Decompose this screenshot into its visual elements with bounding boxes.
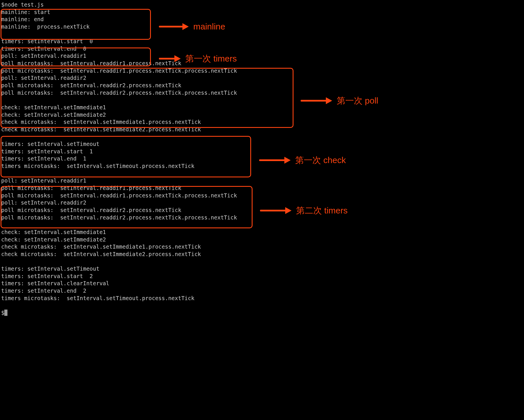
box-poll1 — [1, 68, 293, 128]
command-prompt-end: $ — [1, 309, 523, 317]
annotation-label: 第一次 poll — [337, 95, 378, 107]
box-timers2 — [1, 186, 253, 228]
terminal-line: timers: setInterval.end 2 — [1, 287, 523, 295]
annotation-check1: 第一次 check — [259, 154, 346, 166]
terminal-line: check microtasks: setInterval.setImmedia… — [1, 251, 523, 258]
terminal-line: timers: setInterval.setTimeout — [1, 265, 523, 273]
cursor — [4, 310, 7, 316]
box-timers1 — [1, 47, 151, 66]
annotation-label: 第一次 timers — [185, 53, 237, 65]
command-prompt: $node test.js — [1, 1, 523, 9]
annotation-label: 第一次 check — [295, 154, 346, 166]
terminal-line: check: setInterval.setImmediate1 — [1, 229, 523, 236]
annotation-label: 第二次 timers — [296, 205, 348, 217]
terminal-line: timers: setInterval.start 2 — [1, 273, 523, 280]
terminal-line: check microtasks: setInterval.setImmedia… — [1, 243, 523, 251]
annotation-timers1: 第一次 timers — [159, 53, 237, 65]
terminal-line: poll: setInterval.readdir1 — [1, 177, 523, 185]
terminal-line: timers microtasks: setInterval.setTimeou… — [1, 295, 523, 302]
box-check1 — [1, 136, 251, 177]
annotation-label: mainline — [193, 21, 225, 33]
annotation-timers2: 第二次 timers — [260, 205, 348, 217]
box-mainline — [1, 9, 151, 40]
annotation-poll1: 第一次 poll — [301, 95, 378, 107]
terminal-line: check: setInterval.setImmediate2 — [1, 236, 523, 243]
annotation-mainline: mainline — [159, 21, 225, 33]
terminal-line: timers: setInterval.clearInterval — [1, 280, 523, 287]
